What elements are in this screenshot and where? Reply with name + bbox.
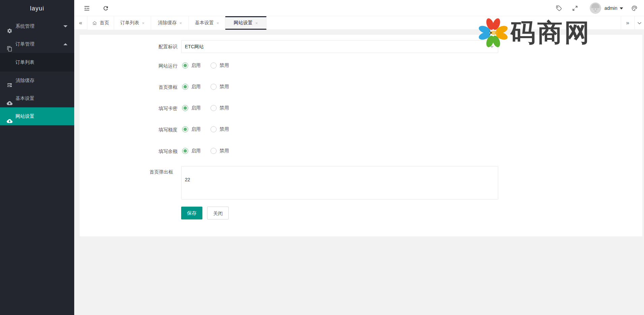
sidebar-item-clear-cache[interactable]: 清除缓存 [0,72,74,89]
cache-icon [7,78,12,83]
config-id-select[interactable]: ETC网站 [181,40,498,53]
tab-basic-settings[interactable]: 基本设置 × [189,16,225,30]
chevron-down-icon [620,7,623,9]
home-icon [92,21,97,26]
radio-enable[interactable]: 启用 [182,62,201,69]
tab-clear-cache[interactable]: 清除缓存 × [151,16,189,30]
app-logo: layui [0,0,74,17]
radio-disable[interactable]: 禁用 [211,105,229,111]
radio-checked-icon [182,62,188,69]
field-label: 填写余额 [80,148,177,155]
tab-order-list[interactable]: 订单列表 × [114,16,151,30]
sidebar-item-orders[interactable]: 订单管理 [0,35,74,53]
radio-label: 禁用 [220,105,229,111]
radio-disable[interactable]: 禁用 [211,84,229,90]
radio-disable[interactable]: 禁用 [211,126,229,132]
radio-enable[interactable]: 启用 [182,148,201,154]
home-popup-textarea[interactable]: 22 [181,166,498,200]
close-icon[interactable]: × [255,21,258,26]
sidebar-item-system[interactable]: 系统管理 [0,17,74,35]
tab-site-settings[interactable]: 网站设置 × [225,16,267,30]
tab-label: 基本设置 [195,20,214,26]
radio-enable[interactable]: 启用 [182,126,201,132]
cloud-upload-icon [7,113,12,119]
top-header: admin [74,0,644,16]
flower-bee-logo-icon [477,17,509,49]
refresh-icon[interactable] [99,0,112,16]
config-id-label: 配置标识 [80,43,177,50]
tab-label: 网站设置 [234,20,253,26]
sidebar-item-label: 基本设置 [16,89,34,107]
radio-label: 启用 [191,126,201,132]
orders-icon [7,41,12,47]
close-icon[interactable]: × [142,21,145,26]
radio-unchecked-icon [211,126,217,132]
tab-label: 订单列表 [120,20,139,26]
radio-checked-icon [182,84,188,90]
tabs-scroll-right-icon[interactable]: » [621,16,634,30]
field-label: 网站运行 [80,62,177,69]
gear-icon [7,23,12,29]
save-button[interactable]: 保存 [181,207,202,219]
close-icon[interactable]: × [217,21,219,26]
field-label: 首页弹框 [80,84,177,90]
radio-enable[interactable]: 启用 [182,105,201,111]
sidebar-item-label: 网站设置 [16,107,34,125]
tabs-scroll-left-icon[interactable]: « [74,16,87,30]
radio-checked-icon [182,105,188,111]
radio-unchecked-icon [211,105,217,111]
radio-enable[interactable]: 启用 [182,84,201,90]
username: admin [605,5,617,11]
tabs-menu-icon[interactable] [634,16,644,30]
chevron-down-icon [63,25,67,27]
sidebar-item-label: 清除缓存 [16,72,34,89]
radio-checked-icon [182,148,188,154]
radio-label: 禁用 [220,62,229,69]
radio-row-site-running: 网站运行 启用 禁用 [80,62,642,69]
sidebar-item-label: 订单管理 [16,35,34,53]
radio-label: 启用 [191,105,201,111]
sidebar-item-order-list[interactable]: 订单列表 [0,53,74,72]
tag-icon[interactable] [553,0,565,16]
cloud-upload-icon [7,96,12,101]
radio-row-home-popup: 首页弹框 启用 禁用 [80,84,642,90]
radio-disable[interactable]: 禁用 [211,62,229,69]
radio-label: 启用 [191,84,201,90]
chevron-up-icon [63,43,67,45]
tab-label: 首页 [100,20,109,26]
radio-unchecked-icon [211,148,217,154]
radio-label: 禁用 [220,84,229,90]
sidebar-submenu-orders: 订单列表 [0,53,74,72]
radio-label: 禁用 [220,126,229,132]
app-root: layui 系统管理 订单管理 订单列表 清除缓存 [0,0,644,315]
close-button[interactable]: 关闭 [207,207,229,219]
radio-unchecked-icon [211,62,217,69]
user-menu[interactable]: admin [605,5,623,11]
avatar[interactable] [590,2,601,14]
radio-unchecked-icon [211,84,217,90]
settings-form-panel: 配置标识 ETC网站 网站运行 启用 禁用 首页弹框 启用 [80,35,642,236]
brand-watermark: 码商网 [477,17,591,49]
config-id-selected-value: ETC网站 [185,44,204,49]
fullscreen-icon[interactable] [569,0,582,16]
sidebar-item-basic-settings[interactable]: 基本设置 [0,89,74,107]
home-popup-textarea-label: 首页弹出框 [80,168,173,175]
close-icon[interactable]: × [179,21,182,26]
radio-row-card-secret: 填写卡密 启用 禁用 [80,105,642,112]
field-label: 填写卡密 [80,105,177,112]
radio-label: 启用 [191,148,201,154]
sidebar-subitem-label: 订单列表 [16,59,34,65]
theme-icon[interactable] [628,0,641,16]
tab-home[interactable]: 首页 [87,16,114,30]
brand-name: 码商网 [510,17,591,49]
sidebar: layui 系统管理 订单管理 订单列表 清除缓存 [0,0,74,315]
radio-disable[interactable]: 禁用 [211,148,229,154]
field-label: 填写额度 [80,126,177,133]
radio-row-quota: 填写额度 启用 禁用 [80,126,642,133]
collapse-sidebar-icon[interactable] [80,0,93,16]
radio-checked-icon [182,126,188,132]
radio-label: 启用 [191,62,201,69]
sidebar-item-site-settings[interactable]: 网站设置 [0,107,74,125]
tab-label: 清除缓存 [158,20,177,26]
radio-label: 禁用 [220,148,229,154]
